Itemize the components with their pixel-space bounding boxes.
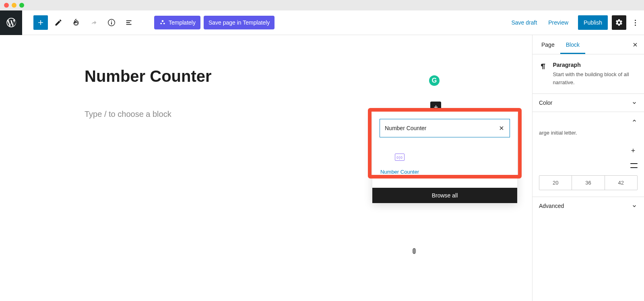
more-options-button[interactable] [630, 20, 640, 26]
dropcap-hint: arge initial letter. [533, 130, 644, 142]
svg-rect-3 [126, 21, 132, 21]
settings-button[interactable] [612, 15, 626, 30]
settings-sidebar: Page Block Paragraph Start with the buil… [532, 35, 644, 301]
inline-inserter-button[interactable] [430, 102, 441, 112]
svg-point-1 [111, 21, 112, 21]
grammarly-badge[interactable]: G [429, 75, 440, 86]
block-info: Paragraph Start with the building block … [533, 54, 644, 93]
chevron-up-icon [631, 118, 638, 124]
block-result-label: Number Counter [380, 169, 419, 176]
font-size-20[interactable]: 20 [539, 176, 572, 190]
svg-point-8 [163, 23, 165, 24]
panel-typography[interactable] [533, 112, 644, 130]
browse-all-button[interactable]: Browse all [372, 188, 517, 203]
mac-close-dot[interactable] [4, 3, 9, 8]
block-result-number-counter[interactable]: 0|0 Number Counter [380, 154, 420, 176]
font-size-42[interactable]: 42 [605, 176, 637, 190]
close-sidebar-button[interactable] [630, 42, 641, 48]
block-search-input[interactable] [385, 125, 498, 131]
panel-color-label: Color [539, 100, 552, 106]
svg-rect-2 [111, 22, 112, 25]
block-name: Paragraph [553, 62, 638, 68]
close-icon [498, 125, 505, 131]
typography-add-button[interactable]: + [629, 146, 638, 155]
add-block-button[interactable] [33, 15, 48, 30]
close-icon [632, 42, 638, 48]
templately-label: Templately [169, 19, 196, 26]
svg-point-7 [160, 23, 162, 24]
details-button[interactable] [104, 15, 119, 30]
chevron-down-icon [631, 203, 638, 209]
chevron-down-icon [631, 100, 638, 106]
sliders-icon[interactable] [630, 162, 638, 169]
mac-minimize-dot[interactable] [12, 3, 17, 8]
tab-page[interactable]: Page [536, 35, 560, 54]
block-search-box[interactable] [380, 119, 510, 137]
templately-icon [159, 19, 166, 26]
redo-button[interactable] [87, 15, 101, 30]
wordpress-logo[interactable] [0, 10, 22, 35]
save-in-templately-label: Save page in Templately [208, 19, 270, 26]
undo-button[interactable] [69, 15, 83, 30]
outline-button[interactable] [122, 15, 136, 30]
paragraph-icon [539, 62, 547, 71]
templately-button[interactable]: Templately [154, 16, 200, 29]
svg-point-6 [162, 20, 164, 22]
save-draft-button[interactable]: Save draft [506, 19, 543, 26]
panel-advanced-label: Advanced [539, 203, 564, 209]
mac-titlebar [0, 0, 644, 10]
panel-color[interactable]: Color [533, 94, 644, 112]
svg-rect-5 [126, 24, 132, 25]
font-size-presets: 20 36 42 [539, 175, 638, 190]
save-in-templately-button[interactable]: Save page in Templately [204, 16, 275, 29]
number-counter-icon: 0|0 [395, 154, 405, 161]
editor-canvas[interactable]: Number Counter Type / to choose a block … [0, 35, 532, 301]
plus-icon [433, 104, 439, 110]
block-inserter-popup: 0|0 Number Counter Browse all [372, 112, 517, 203]
editor-toolbar: Templately Save page in Templately Save … [0, 10, 644, 35]
post-title[interactable]: Number Counter [85, 67, 532, 85]
preview-button[interactable]: Preview [543, 19, 574, 26]
font-size-36[interactable]: 36 [572, 176, 604, 190]
tab-block[interactable]: Block [560, 35, 585, 54]
clear-search-button[interactable] [498, 125, 505, 131]
sidebar-tabs: Page Block [533, 35, 644, 54]
edit-tool-button[interactable] [51, 15, 66, 30]
publish-button[interactable]: Publish [578, 15, 608, 30]
panel-advanced[interactable]: Advanced [533, 197, 644, 215]
svg-rect-4 [126, 22, 130, 23]
gear-icon [615, 19, 623, 27]
block-description: Start with the building block of all nar… [553, 71, 638, 86]
cursor-icon [411, 247, 418, 255]
mac-zoom-dot[interactable] [19, 3, 24, 8]
